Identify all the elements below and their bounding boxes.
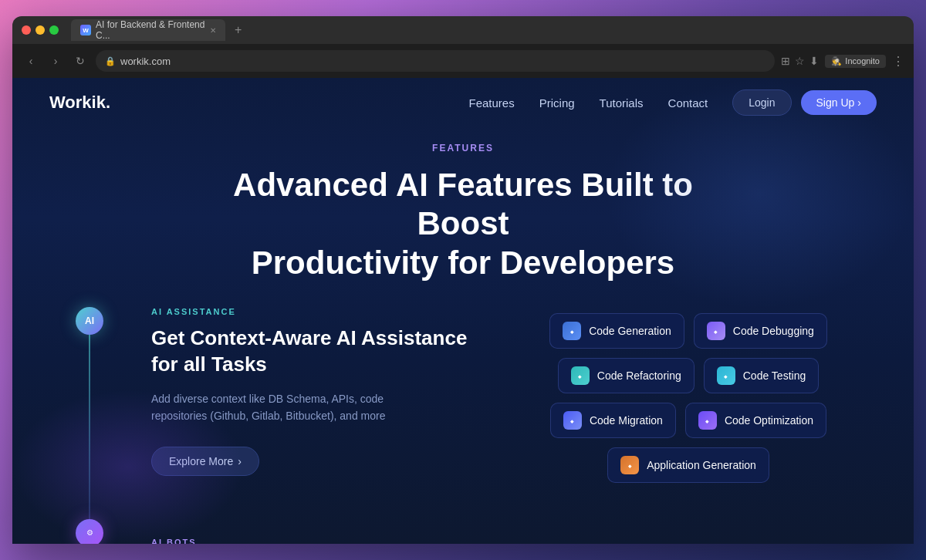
tag-code-generation[interactable]: ⬥ Code Generation [549,313,684,349]
ai-bots-row: AI BOTS [151,538,478,544]
feature-category: AI ASSISTANCE [151,307,478,316]
features-section: AI ⚙ AI ASSISTANCE Get Context-Aware AI … [12,307,914,544]
maximize-button[interactable] [49,25,59,35]
code-optimization-icon: ⬥ [698,411,717,430]
timeline-dot-ai: AI [76,307,103,335]
code-generation-icon: ⬥ [563,322,581,340]
hero-title: Advanced AI Features Built to Boost Prod… [231,166,694,282]
explore-more-button[interactable]: Explore More › [151,447,259,476]
tag-code-refactoring[interactable]: ⬥ Code Refactoring [558,358,694,393]
browser-tab[interactable]: W AI for Backend & Frontend C... ✕ [71,19,225,41]
timeline-dot-bots: ⚙ [76,519,103,544]
close-button[interactable] [22,25,31,35]
tags-row-1: ⬥ Code Generation ⬥ Code Debugging [525,313,852,349]
tag-code-optimization[interactable]: ⬥ Code Optimization [685,403,826,438]
download-icon[interactable]: ⬇ [809,55,819,67]
lock-icon: 🔒 [105,56,116,66]
application-generation-icon: ⬥ [620,456,639,474]
explore-arrow: › [238,455,242,467]
feature-description: Add diverse context like DB Schema, APIs… [151,390,398,425]
tags-row-3: ⬥ Code Migration ⬥ Code Optimization [525,403,852,438]
code-testing-icon: ⬥ [717,366,735,385]
nav-actions: Login Sign Up › [732,89,877,116]
nav-features[interactable]: Features [469,96,515,110]
address-bar[interactable]: 🔒 workik.com [96,50,775,72]
section-label: FEATURES [49,143,877,153]
login-button[interactable]: Login [732,89,791,116]
incognito-icon: 🕵 [831,56,842,66]
tag-code-testing[interactable]: ⬥ Code Testing [704,358,819,393]
hero-section: FEATURES Advanced AI Features Built to B… [12,127,914,282]
back-button[interactable]: ‹ [22,52,40,70]
tag-application-generation-label: Application Generation [647,459,756,471]
bookmark-icon[interactable]: ☆ [795,55,805,67]
tab-close-icon[interactable]: ✕ [210,26,216,35]
tags-row-4: ⬥ Application Generation [525,447,852,483]
signup-button[interactable]: Sign Up › [801,90,877,115]
code-debugging-icon: ⬥ [707,322,725,340]
browser-toolbar: ‹ › ↻ 🔒 workik.com ⊞ ☆ ⬇ 🕵 Incognito ⋮ [12,44,914,78]
browser-frame: W AI for Backend & Frontend C... ✕ + ‹ ›… [12,16,914,544]
ai-bots-label: AI BOTS [151,538,197,544]
tag-code-debugging-label: Code Debugging [733,325,814,337]
tab-favicon: W [80,25,91,35]
page-content: Workik. Features Pricing Tutorials Conta… [12,78,914,544]
url-text: workik.com [120,56,171,67]
tag-code-refactoring-label: Code Refactoring [597,369,681,382]
feature-title: Get Context-Aware AI Assistance for all … [151,326,478,378]
nav-pricing[interactable]: Pricing [539,96,575,110]
tags-row-2: ⬥ Code Refactoring ⬥ Code Testing [525,358,852,393]
signup-label: Sign Up [816,96,855,109]
code-refactoring-icon: ⬥ [571,366,590,385]
hero-title-line1: Advanced AI Features Built to Boost [233,167,693,241]
tag-code-generation-label: Code Generation [589,325,671,337]
tag-code-migration[interactable]: ⬥ Code Migration [550,403,676,438]
nav-tutorials[interactable]: Tutorials [600,96,644,110]
traffic-lights [22,25,59,35]
signup-arrow: › [857,96,861,109]
browser-menu-icon[interactable]: ⋮ [892,54,904,69]
incognito-label: Incognito [845,56,880,66]
explore-label: Explore More [169,455,233,467]
bots-dot-icon: ⚙ [86,528,93,537]
timeline-line [89,335,90,518]
ai-dot-label: AI [85,315,94,326]
incognito-badge: 🕵 Incognito [825,55,886,68]
forward-button[interactable]: › [46,52,65,70]
feature-text: AI ASSISTANCE Get Context-Aware AI Assis… [151,307,478,544]
site-logo[interactable]: Workik. [49,93,110,113]
toolbar-actions: ⊞ ☆ ⬇ [781,55,819,67]
tag-code-optimization-label: Code Optimization [725,414,813,427]
nav-links: Features Pricing Tutorials Contact [469,96,708,110]
feature-tags: ⬥ Code Generation ⬥ Code Debugging ⬥ Cod… [525,307,852,544]
tag-code-migration-label: Code Migration [590,414,663,427]
timeline: AI ⚙ [74,307,105,544]
new-tab-button[interactable]: + [235,23,242,37]
hero-title-line2: Productivity for Developers [252,245,674,281]
browser-titlebar: W AI for Backend & Frontend C... ✕ + [12,16,914,44]
reload-button[interactable]: ↻ [71,52,90,70]
site-navbar: Workik. Features Pricing Tutorials Conta… [12,78,914,127]
tab-title: AI for Backend & Frontend C... [96,19,205,41]
code-migration-icon: ⬥ [563,411,582,430]
tag-application-generation[interactable]: ⬥ Application Generation [607,447,769,483]
tag-code-debugging[interactable]: ⬥ Code Debugging [694,313,827,349]
tag-code-testing-label: Code Testing [743,369,806,382]
extensions-icon[interactable]: ⊞ [781,55,790,67]
nav-contact[interactable]: Contact [668,96,708,110]
minimize-button[interactable] [35,25,45,35]
